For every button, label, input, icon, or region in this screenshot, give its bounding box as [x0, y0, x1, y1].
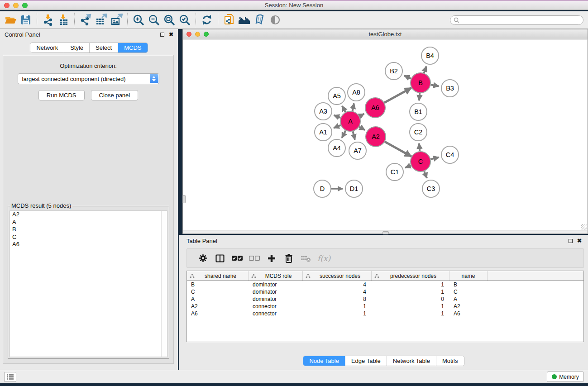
tab-motifs[interactable]: Motifs: [436, 356, 464, 366]
graph-edge-A-A4[interactable]: [342, 131, 345, 138]
close-table-panel-icon[interactable]: ✖: [577, 238, 582, 243]
table-cell[interactable]: B: [187, 281, 249, 288]
graph-edge-A6-B[interactable]: [384, 88, 411, 103]
column-header-name[interactable]: name: [449, 271, 488, 281]
task-history-button[interactable]: [4, 372, 16, 382]
table-cell[interactable]: 1: [372, 310, 449, 317]
table-cell[interactable]: A: [187, 296, 249, 302]
add-column-icon[interactable]: [263, 252, 280, 265]
table-cell[interactable]: connector: [249, 303, 303, 310]
zoom-selected-icon[interactable]: [177, 13, 192, 27]
graph-edge-A-A5[interactable]: [342, 106, 345, 112]
table-cell[interactable]: dominator: [249, 296, 303, 302]
zoom-in-icon[interactable]: [131, 13, 146, 27]
graph-edge-A-A8[interactable]: [353, 103, 354, 111]
node-table[interactable]: shared nameMCDS rolesuccessor nodesprede…: [186, 271, 584, 342]
export-network-icon[interactable]: [78, 13, 93, 27]
splitter-grip-vertical[interactable]: [182, 195, 186, 203]
table-cell[interactable]: 1: [372, 289, 449, 295]
table-cell[interactable]: dominator: [249, 281, 303, 288]
scrollbar-track[interactable]: [161, 211, 167, 357]
zoom-fit-icon[interactable]: [162, 13, 177, 27]
graph-edge-A2-C[interactable]: [385, 142, 411, 157]
table-row[interactable]: Bdominator41B: [187, 281, 583, 288]
tab-node-table[interactable]: Node Table: [303, 356, 345, 366]
close-panel-icon[interactable]: ✖: [169, 32, 173, 37]
table-cell[interactable]: 4: [303, 281, 372, 288]
graph-edge-B-B3[interactable]: [431, 85, 439, 86]
table-cell[interactable]: 4: [303, 289, 372, 295]
network-canvas[interactable]: B4B2BB3A8A5A6A3B1AA1C2A2A4A7C4CC1C3DD1: [183, 40, 587, 230]
graph-edge-B-B2[interactable]: [404, 76, 411, 79]
table-row[interactable]: Cdominator41C: [187, 288, 583, 295]
table-cell[interactable]: A2: [187, 303, 249, 310]
column-header-predecessor-nodes[interactable]: predecessor nodes: [372, 271, 449, 281]
table-cell[interactable]: A2: [449, 303, 488, 310]
function-builder-icon[interactable]: f(x): [317, 254, 330, 263]
copy-network-icon[interactable]: [221, 13, 237, 27]
export-image-icon[interactable]: [109, 13, 124, 27]
column-header-MCDS-role[interactable]: MCDS role: [249, 271, 303, 281]
split-view-icon[interactable]: [211, 252, 229, 265]
unselect-all-columns-icon[interactable]: [246, 252, 263, 265]
table-cell[interactable]: C: [449, 289, 488, 295]
run-mcds-button[interactable]: Run MCDS: [38, 90, 85, 100]
memory-button[interactable]: Memory: [547, 372, 584, 382]
column-header-successor-nodes[interactable]: successor nodes: [303, 271, 372, 281]
table-row[interactable]: Adominator80A: [187, 295, 583, 303]
mcds-result-item[interactable]: A: [10, 219, 167, 226]
graph-edge-A-A3[interactable]: [334, 115, 340, 118]
table-cell[interactable]: C: [187, 289, 249, 295]
network-window-title-bar[interactable]: testGlobe.txt: [183, 29, 588, 39]
graphics-details-icon[interactable]: [252, 13, 268, 27]
table-cell[interactable]: 1: [372, 281, 449, 288]
select-all-columns-icon[interactable]: [229, 252, 246, 265]
graph-edge-A-A6[interactable]: [359, 114, 364, 116]
export-table-icon[interactable]: [93, 13, 109, 27]
table-cell[interactable]: dominator: [249, 289, 303, 295]
table-cell[interactable]: 1: [303, 303, 372, 310]
table-cell[interactable]: 0: [372, 296, 449, 302]
delete-table-icon[interactable]: [297, 252, 315, 265]
graph-edge-C-C2[interactable]: [419, 143, 420, 151]
tab-mcds[interactable]: MCDS: [118, 43, 147, 52]
mcds-result-item[interactable]: C: [10, 234, 167, 241]
tab-network[interactable]: Network: [30, 43, 64, 52]
float-table-panel-icon[interactable]: [569, 239, 573, 243]
tab-network-table[interactable]: Network Table: [387, 356, 436, 366]
delete-column-icon[interactable]: [280, 252, 297, 265]
table-cell[interactable]: connector: [249, 310, 303, 317]
window-resize-handle[interactable]: [581, 224, 587, 230]
graph-edge-B-B4[interactable]: [424, 67, 426, 73]
table-cell[interactable]: A: [449, 296, 488, 302]
close-panel-button[interactable]: Close panel: [91, 90, 139, 100]
eye-icon[interactable]: [268, 13, 283, 27]
search-field[interactable]: [450, 15, 583, 25]
import-table-icon[interactable]: [56, 13, 71, 27]
graph-edge-A-A1[interactable]: [334, 125, 340, 128]
graph-edge-C-C4[interactable]: [430, 157, 439, 159]
table-cell[interactable]: 8: [303, 296, 372, 302]
home-icon[interactable]: [237, 13, 252, 27]
graph-edge-A-A2[interactable]: [359, 127, 365, 130]
mcds-result-item[interactable]: A2: [10, 211, 167, 219]
float-panel-icon[interactable]: [160, 33, 164, 37]
table-cell[interactable]: 1: [303, 310, 372, 317]
tab-edge-table[interactable]: Edge Table: [345, 356, 387, 366]
table-cell[interactable]: B: [449, 281, 488, 288]
zoom-out-icon[interactable]: [146, 13, 162, 27]
table-cell[interactable]: A6: [449, 310, 488, 317]
graph-edge-C-C3[interactable]: [424, 171, 427, 178]
open-session-icon[interactable]: [3, 13, 18, 27]
criterion-select[interactable]: largest connected component (directed): [18, 73, 159, 84]
table-cell[interactable]: A6: [187, 310, 249, 317]
mcds-result-item[interactable]: B: [10, 226, 167, 234]
table-row[interactable]: A6connector11A6: [187, 310, 583, 317]
column-header-shared-name[interactable]: shared name: [187, 271, 249, 281]
tab-style[interactable]: Style: [64, 43, 90, 52]
graph-edge-A-A7[interactable]: [353, 131, 355, 139]
save-session-icon[interactable]: [18, 13, 33, 27]
table-cell[interactable]: 1: [372, 303, 449, 310]
table-row[interactable]: A2connector11A2: [187, 303, 583, 310]
search-input[interactable]: [461, 17, 583, 24]
